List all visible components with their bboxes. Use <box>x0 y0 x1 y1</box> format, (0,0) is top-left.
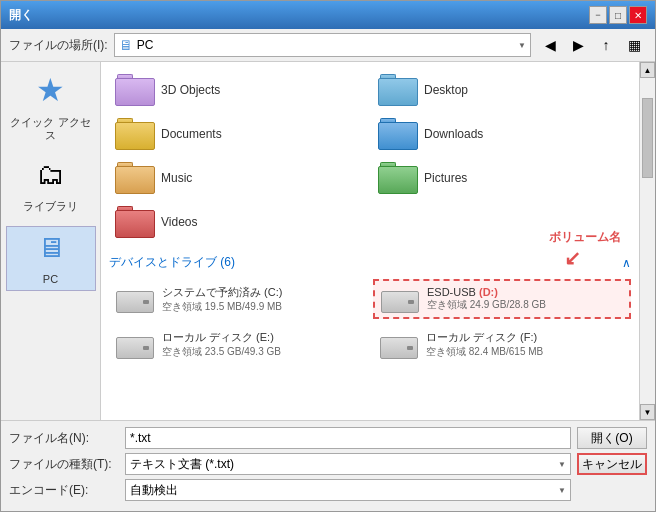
drive-c-info: システムで予約済み (C:) 空き領域 19.5 MB/49.9 MB <box>162 285 360 314</box>
folder-pictures[interactable]: Pictures <box>372 158 631 198</box>
drive-f[interactable]: ローカル ディスク (F:) 空き領域 82.4 MB/615 MB <box>373 325 631 364</box>
filetype-row: ファイルの種類(T): テキスト文書 (*.txt) ▼ キャンセル <box>9 453 647 475</box>
folder-3d-objects-icon <box>115 74 155 106</box>
sidebar: ★ クイック アクセス 🗂 ライブラリ 🖥 PC <box>1 62 101 420</box>
open-button[interactable]: 開く(O) <box>577 427 647 449</box>
title-bar: 開く － □ ✕ <box>1 1 655 29</box>
drive-f-icon <box>380 331 420 359</box>
window-title: 開く <box>9 7 33 24</box>
annotation-label: ボリューム名 <box>549 230 621 244</box>
drive-f-info: ローカル ディスク (F:) 空き領域 82.4 MB/615 MB <box>426 330 624 359</box>
folder-videos[interactable]: Videos <box>109 202 368 242</box>
scrollbar[interactable]: ▲ ▼ <box>639 62 655 420</box>
forward-button[interactable]: ▶ <box>565 33 591 57</box>
sidebar-item-pc-label: PC <box>43 273 58 286</box>
close-button[interactable]: ✕ <box>629 6 647 24</box>
filetype-value: テキスト文書 (*.txt) <box>130 456 234 473</box>
up-icon: ↑ <box>603 37 610 53</box>
drive-f-name: ローカル ディスク (F:) <box>426 330 624 345</box>
minimize-button[interactable]: － <box>589 6 607 24</box>
sidebar-item-quick-access-label: クイック アクセス <box>10 116 92 142</box>
window-controls: － □ ✕ <box>589 6 647 24</box>
filetype-select[interactable]: テキスト文書 (*.txt) ▼ <box>125 453 571 475</box>
folder-music-label: Music <box>161 171 192 185</box>
maximize-button[interactable]: □ <box>609 6 627 24</box>
quick-access-icon: ★ <box>31 74 71 114</box>
drive-c-space: 空き領域 19.5 MB/49.9 MB <box>162 300 360 314</box>
sidebar-item-pc[interactable]: 🖥 PC <box>6 226 96 291</box>
back-icon: ◀ <box>545 37 556 53</box>
folder-desktop-label: Desktop <box>424 83 468 97</box>
annotation-arrow-icon: ↙ <box>564 247 581 269</box>
sidebar-item-quick-access[interactable]: ★ クイック アクセス <box>6 70 96 146</box>
folder-downloads-icon <box>378 118 418 150</box>
folder-documents-label: Documents <box>161 127 222 141</box>
filetype-label: ファイルの種類(T): <box>9 456 119 473</box>
folder-pictures-icon <box>378 162 418 194</box>
folder-3d-objects-label: 3D Objects <box>161 83 220 97</box>
scrollbar-down-button[interactable]: ▼ <box>640 404 655 420</box>
encoding-row: エンコード(E): 自動検出 ▼ <box>9 479 647 501</box>
encoding-label: エンコード(E): <box>9 482 119 499</box>
location-dropdown[interactable]: 🖥 PC ▼ <box>114 33 531 57</box>
back-button[interactable]: ◀ <box>537 33 563 57</box>
main-content: ★ クイック アクセス 🗂 ライブラリ 🖥 PC <box>1 62 655 420</box>
encoding-select[interactable]: 自動検出 ▼ <box>125 479 571 501</box>
devices-section-label: デバイスとドライブ (6) <box>109 254 235 271</box>
filetype-dropdown-arrow: ▼ <box>558 460 566 469</box>
location-value: 🖥 PC <box>119 37 154 53</box>
folder-music-icon <box>115 162 155 194</box>
pc-icon: 🖥 <box>31 231 71 271</box>
folder-videos-icon <box>115 206 155 238</box>
drive-e-icon <box>116 331 156 359</box>
sidebar-item-library-label: ライブラリ <box>23 200 78 213</box>
folder-desktop-icon <box>378 74 418 106</box>
file-area: 3D Objects Desktop Documents <box>101 62 639 420</box>
folder-3d-objects[interactable]: 3D Objects <box>109 70 368 110</box>
folder-downloads-label: Downloads <box>424 127 483 141</box>
drive-e-name: ローカル ディスク (E:) <box>162 330 360 345</box>
scrollbar-track <box>640 78 655 404</box>
view-icon: ▦ <box>628 37 641 53</box>
annotation-volume-name: ボリューム名 ↙ <box>549 229 621 270</box>
encoding-dropdown-arrow: ▼ <box>558 486 566 495</box>
location-dropdown-arrow: ▼ <box>518 41 526 50</box>
folder-music[interactable]: Music <box>109 158 368 198</box>
folder-downloads[interactable]: Downloads <box>372 114 631 154</box>
toolbar-nav-buttons: ◀ ▶ ↑ ▦ <box>537 33 647 57</box>
devices-section-collapse-icon: ∧ <box>622 256 631 270</box>
drive-e-info: ローカル ディスク (E:) 空き領域 23.5 GB/49.3 GB <box>162 330 360 359</box>
drive-e[interactable]: ローカル ディスク (E:) 空き領域 23.5 GB/49.3 GB <box>109 325 367 364</box>
drive-e-space: 空き領域 23.5 GB/49.3 GB <box>162 345 360 359</box>
location-label: ファイルの場所(I): <box>9 37 108 54</box>
drive-d[interactable]: ESD-USB (D:) 空き領域 24.9 GB/28.8 GB <box>373 279 631 319</box>
drive-c[interactable]: システムで予約済み (C:) 空き領域 19.5 MB/49.9 MB <box>109 279 367 319</box>
drive-d-space: 空き領域 24.9 GB/28.8 GB <box>427 298 623 312</box>
drive-c-name: システムで予約済み (C:) <box>162 285 360 300</box>
open-dialog: 開く － □ ✕ ファイルの場所(I): 🖥 PC ▼ ◀ ▶ ↑ <box>0 0 656 512</box>
drive-f-space: 空き領域 82.4 MB/615 MB <box>426 345 624 359</box>
up-button[interactable]: ↑ <box>593 33 619 57</box>
scrollbar-thumb[interactable] <box>642 98 653 178</box>
filename-row: ファイル名(N): 開く(O) <box>9 427 647 449</box>
view-button[interactable]: ▦ <box>621 33 647 57</box>
folder-pictures-label: Pictures <box>424 171 467 185</box>
filename-input[interactable] <box>125 427 571 449</box>
scrollbar-up-button[interactable]: ▲ <box>640 62 655 78</box>
folder-documents-icon <box>115 118 155 150</box>
folder-videos-label: Videos <box>161 215 197 229</box>
drive-d-info: ESD-USB (D:) 空き領域 24.9 GB/28.8 GB <box>427 286 623 312</box>
drive-d-name: ESD-USB (D:) <box>427 286 623 298</box>
folder-desktop[interactable]: Desktop <box>372 70 631 110</box>
sidebar-item-library[interactable]: 🗂 ライブラリ <box>6 154 96 217</box>
folder-grid: 3D Objects Desktop Documents <box>109 70 631 242</box>
filename-label: ファイル名(N): <box>9 430 119 447</box>
drive-c-icon <box>116 285 156 313</box>
library-icon: 🗂 <box>31 158 71 198</box>
cancel-button[interactable]: キャンセル <box>577 453 647 475</box>
drive-d-icon <box>381 285 421 313</box>
forward-icon: ▶ <box>573 37 584 53</box>
toolbar: ファイルの場所(I): 🖥 PC ▼ ◀ ▶ ↑ ▦ <box>1 29 655 62</box>
drives-grid: システムで予約済み (C:) 空き領域 19.5 MB/49.9 MB ESD-… <box>109 279 631 364</box>
folder-documents[interactable]: Documents <box>109 114 368 154</box>
